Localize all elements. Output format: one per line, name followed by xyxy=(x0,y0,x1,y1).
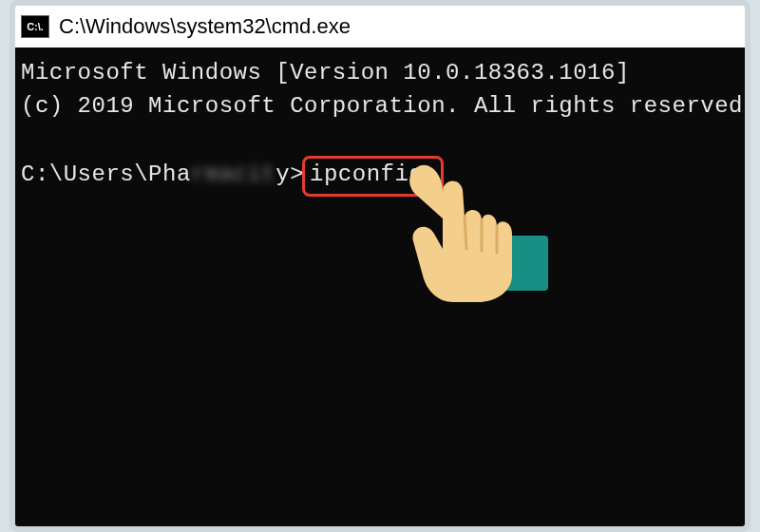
typed-command: ipconfig xyxy=(310,162,423,187)
prompt-path-end: y> xyxy=(276,162,304,187)
cmd-window: C:\. C:\Windows\system32\cmd.exe Microso… xyxy=(15,6,745,526)
window-title: C:\Windows\system32\cmd.exe xyxy=(59,14,351,39)
banner-line-1: Microsoft Windows [Version 10.0.18363.10… xyxy=(21,60,630,86)
banner-line-2: (c) 2019 Microsoft Corporation. All righ… xyxy=(21,93,745,119)
prompt-path-start: C:\Users\Pha xyxy=(21,162,191,187)
titlebar[interactable]: C:\. C:\Windows\system32\cmd.exe xyxy=(15,6,745,48)
prompt-path-obscured: rmacit xyxy=(191,162,276,187)
text-cursor xyxy=(424,179,435,182)
terminal-area[interactable]: Microsoft Windows [Version 10.0.18363.10… xyxy=(15,48,745,526)
cmd-icon: C:\. xyxy=(21,15,49,38)
command-highlight: ipconfig xyxy=(302,156,444,197)
